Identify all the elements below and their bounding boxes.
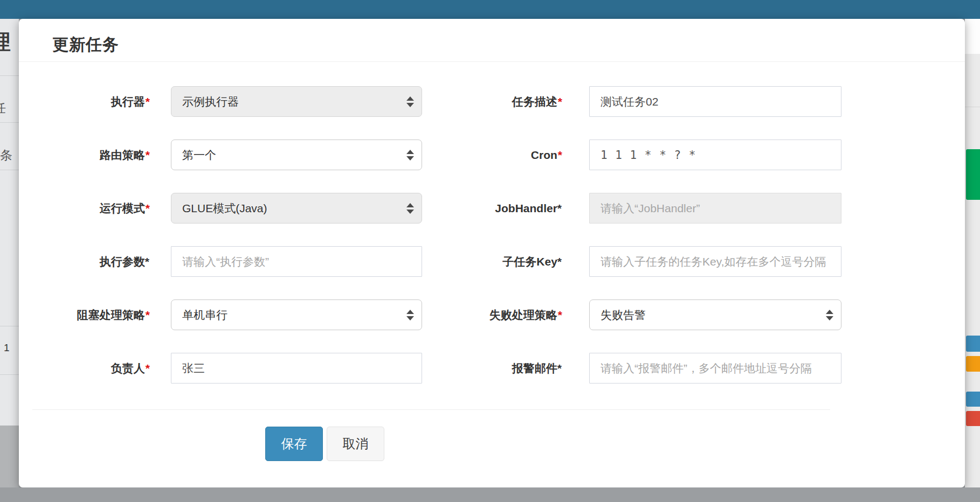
background-divider [0,170,19,170]
background-divider [0,374,19,375]
background-green-badge-fragment [966,149,980,200]
background-page-right-strip [965,19,980,487]
form-cell: 运行模式* GLUE模式(Java) [32,193,422,224]
form-divider [32,409,830,410]
child-key-label: 子任务Key* [422,254,562,269]
button-row: 保存 取消 [265,427,965,461]
select-arrows-icon [406,203,414,214]
form-cell: 失败处理策略* 失败告警 [422,299,841,330]
form-cell: 执行参数* [32,246,422,277]
form-cell: 子任务Key* [422,246,841,277]
form-row: 路由策略* 第一个 Cron* [32,140,965,170]
background-heading-fragment: 理 [0,29,11,56]
form-cell: 负责人* [32,353,422,384]
exec-param-input[interactable] [171,246,422,277]
form-cell: 任务描述* [422,86,841,117]
exec-param-label: 执行参数* [32,254,150,269]
job-handler-input[interactable] [589,193,841,224]
form-cell: Cron* [422,140,841,170]
background-number-fragment: 1 [4,342,10,354]
fail-strategy-select[interactable]: 失败告警 [589,299,841,330]
alarm-email-label: 报警邮件* [422,361,562,376]
fail-strategy-select-value: 失败告警 [601,308,646,323]
required-marker: * [558,95,562,108]
background-text-fragment: 条 [0,147,12,164]
select-arrows-icon [406,150,414,161]
author-input[interactable] [171,353,422,384]
required-marker: * [558,149,562,161]
select-arrows-icon [826,310,833,320]
required-marker: * [146,95,150,108]
form-row: 负责人* 报警邮件* [32,353,965,384]
required-marker: * [558,309,562,321]
cron-label: Cron* [422,149,562,162]
block-strategy-select[interactable]: 单机串行 [171,299,422,330]
glue-type-label: 运行模式* [32,201,150,216]
author-label: 负责人* [32,361,150,376]
task-desc-label: 任务描述* [422,94,562,109]
background-divider [0,326,19,326]
fail-strategy-label: 失败处理策略* [422,308,562,323]
route-strategy-select-value: 第一个 [182,148,216,163]
block-strategy-select-value: 单机串行 [182,308,227,323]
form-row: 执行器* 示例执行器 任务描述* [32,86,965,117]
select-arrows-icon [406,310,414,320]
block-strategy-label: 阻塞处理策略* [32,308,150,323]
executor-select[interactable]: 示例执行器 [171,86,422,117]
form-cell: 阻塞处理策略* 单机串行 [32,299,422,330]
route-strategy-label: 路由策略* [32,148,150,163]
glue-type-select-value: GLUE模式(Java) [182,201,267,216]
screen: 理 任 条 1 更新任务 执行器* 示例执行器 [0,0,980,502]
child-key-input[interactable] [589,246,841,277]
background-page-left-strip: 理 任 条 1 [0,19,19,502]
executor-label: 执行器* [32,94,150,109]
background-blue-button-fragment [966,392,980,407]
form-row: 运行模式* GLUE模式(Java) JobHandler* [32,193,965,224]
cancel-button[interactable]: 取消 [327,427,384,461]
form-cell: 执行器* 示例执行器 [32,86,422,117]
background-panel-fragment [965,19,980,54]
executor-select-value: 示例执行器 [182,94,239,109]
update-task-modal: 更新任务 执行器* 示例执行器 任务描述* [19,19,965,487]
modal-title: 更新任务 [52,34,951,56]
cron-input[interactable] [589,140,841,170]
required-marker: * [146,309,150,321]
job-handler-label: JobHandler* [422,202,562,215]
select-arrows-icon [406,96,414,107]
background-text-fragment: 任 [0,100,6,116]
alarm-email-input[interactable] [589,353,841,384]
background-divider [0,75,19,76]
background-divider [0,122,19,123]
background-orange-button-fragment [966,356,980,372]
modal-body: 执行器* 示例执行器 任务描述* 路由策略* 第一个 [19,62,965,461]
form-cell: JobHandler* [422,193,841,224]
glue-type-select[interactable]: GLUE模式(Java) [171,193,422,224]
form-row: 阻塞处理策略* 单机串行 失败处理策略* 失败告警 [32,299,965,330]
save-button[interactable]: 保存 [265,427,323,461]
required-marker: * [146,362,150,374]
required-marker: * [146,202,150,214]
form-cell: 报警邮件* [422,353,841,384]
form-row: 执行参数* 子任务Key* [32,246,965,277]
task-desc-input[interactable] [589,86,841,117]
background-page-bottom-strip [0,487,980,502]
background-red-button-fragment [966,411,980,426]
required-marker: * [146,149,150,161]
modal-header: 更新任务 [19,19,965,62]
route-strategy-select[interactable]: 第一个 [171,140,422,170]
background-divider [965,107,980,107]
form-cell: 路由策略* 第一个 [32,140,422,170]
page-topbar [0,0,980,19]
background-blue-button-fragment [966,336,980,352]
